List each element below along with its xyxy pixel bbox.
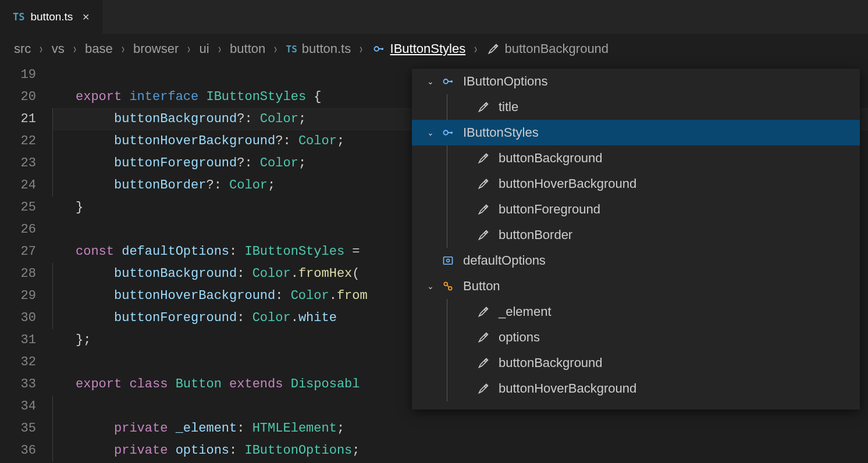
property-icon — [476, 229, 490, 241]
property-icon — [476, 306, 490, 318]
chevron-down-icon[interactable]: ⌄ — [425, 282, 436, 291]
tab-label: button.ts — [30, 10, 73, 23]
chevron-down-icon[interactable]: ⌄ — [425, 77, 436, 86]
outline-item[interactable]: ⌄buttonBackground — [412, 145, 860, 171]
property-icon — [476, 101, 490, 113]
svg-point-21 — [485, 334, 487, 337]
breadcrumb-symbol-interface[interactable]: IButtonStyles — [372, 41, 466, 56]
breadcrumb-file[interactable]: TS button.ts — [286, 41, 351, 56]
outline-item[interactable]: ⌄buttonHoverBackground — [412, 171, 860, 197]
outline-item-label: buttonHoverBackground — [499, 176, 636, 191]
close-icon[interactable]: ✕ — [82, 12, 90, 23]
line-number: 36 — [0, 440, 36, 462]
breadcrumb-symbol-property[interactable]: buttonBackground — [486, 41, 609, 56]
chevron-right-icon: › — [218, 41, 221, 58]
svg-point-16 — [447, 259, 450, 262]
tree-indent-guide — [447, 325, 447, 350]
property-icon — [476, 357, 490, 369]
svg-line-19 — [447, 285, 449, 287]
line-gutter: 192021222324252627282930313233343536 — [0, 64, 52, 462]
chevron-right-icon: › — [274, 41, 277, 58]
breadcrumb-outline-dropdown: ⌄IButtonOptions⌄title⌄IButtonStyles⌄butt… — [412, 69, 860, 409]
svg-point-8 — [444, 130, 449, 135]
breadcrumb-item[interactable]: src — [14, 41, 31, 56]
breadcrumb-item[interactable]: ui — [200, 41, 209, 56]
line-number: 33 — [0, 373, 36, 396]
interface-icon — [372, 43, 386, 55]
breadcrumb-item[interactable]: button — [230, 41, 265, 56]
outline-item-label: buttonHoverBackground — [499, 381, 636, 396]
breadcrumb: src › vs › base › browser › ui › button … — [0, 34, 868, 64]
line-number: 23 — [0, 152, 36, 174]
code-line[interactable]: private options: IButtonOptions; — [52, 440, 868, 462]
chevron-right-icon: › — [122, 41, 124, 58]
svg-point-22 — [485, 360, 487, 362]
tab-button-ts[interactable]: TS button.ts ✕ — [0, 0, 103, 34]
svg-point-20 — [485, 309, 487, 311]
line-number: 25 — [0, 197, 36, 219]
breadcrumb-symbol-label: IButtonStyles — [390, 41, 466, 56]
outline-item[interactable]: ⌄buttonForeground — [412, 197, 860, 222]
chevron-right-icon: › — [40, 41, 42, 58]
svg-point-14 — [485, 232, 487, 234]
outline-item[interactable]: ⌄buttonBackground — [412, 350, 860, 376]
tree-indent-guide — [447, 94, 447, 120]
svg-point-2 — [381, 48, 383, 50]
chevron-right-icon: › — [73, 41, 76, 58]
outline-item[interactable]: ⌄options — [412, 325, 860, 350]
outline-item[interactable]: ⌄buttonHoverBackground — [412, 376, 860, 401]
breadcrumb-item[interactable]: vs — [52, 41, 65, 56]
chevron-down-icon[interactable]: ⌄ — [425, 128, 436, 137]
code-line[interactable]: private _element: HTMLElement; — [52, 418, 868, 440]
property-icon — [476, 332, 490, 343]
outline-item[interactable]: ⌄Button — [412, 273, 860, 299]
outline-item-label: title — [499, 99, 518, 115]
line-number: 35 — [0, 418, 36, 440]
line-number: 28 — [0, 263, 36, 285]
outline-item[interactable]: ⌄title — [412, 94, 860, 120]
svg-rect-15 — [444, 257, 453, 265]
line-number: 19 — [0, 64, 36, 86]
tree-indent-guide — [447, 299, 447, 325]
tree-indent-guide — [447, 350, 447, 376]
outline-item-label: buttonBackground — [499, 355, 603, 371]
typescript-icon: TS — [286, 44, 297, 55]
svg-point-23 — [485, 386, 487, 388]
outline-item-label: buttonForeground — [499, 202, 600, 217]
line-number: 29 — [0, 285, 36, 307]
outline-item-label: IButtonOptions — [463, 74, 548, 89]
outline-item[interactable]: ⌄_element — [412, 299, 860, 325]
svg-point-10 — [450, 131, 453, 134]
chevron-right-icon: › — [474, 41, 477, 58]
breadcrumb-symbol-label: buttonBackground — [505, 41, 609, 56]
interface-icon — [441, 76, 455, 87]
tree-indent-guide — [447, 197, 447, 222]
breadcrumb-file-label: button.ts — [302, 41, 351, 56]
outline-item-label: _element — [499, 304, 552, 319]
breadcrumb-item[interactable]: base — [85, 41, 113, 56]
line-number: 21 — [0, 108, 36, 130]
outline-item[interactable]: ⌄IButtonOptions — [412, 69, 860, 94]
breadcrumb-item[interactable]: browser — [133, 41, 179, 56]
tree-indent-guide — [447, 222, 447, 248]
outline-item[interactable]: ⌄IButtonStyles — [412, 120, 860, 145]
outline-item-label: Button — [463, 279, 500, 294]
svg-point-13 — [485, 206, 487, 209]
interface-icon — [441, 127, 455, 138]
chevron-right-icon: › — [187, 41, 190, 58]
svg-point-11 — [485, 155, 487, 158]
svg-point-0 — [374, 47, 379, 51]
tree-indent-guide — [447, 376, 447, 401]
outline-item-label: buttonBackground — [499, 151, 603, 166]
property-icon — [476, 178, 490, 190]
property-icon — [476, 152, 490, 164]
outline-item-label: options — [499, 330, 540, 345]
line-number: 30 — [0, 307, 36, 329]
svg-point-6 — [450, 80, 453, 83]
svg-point-4 — [444, 79, 449, 84]
svg-point-7 — [485, 104, 487, 106]
outline-item[interactable]: ⌄buttonBorder — [412, 222, 860, 248]
tree-indent-guide — [447, 171, 447, 197]
outline-item-label: defaultOptions — [463, 253, 546, 268]
outline-item[interactable]: ⌄defaultOptions — [412, 248, 860, 273]
